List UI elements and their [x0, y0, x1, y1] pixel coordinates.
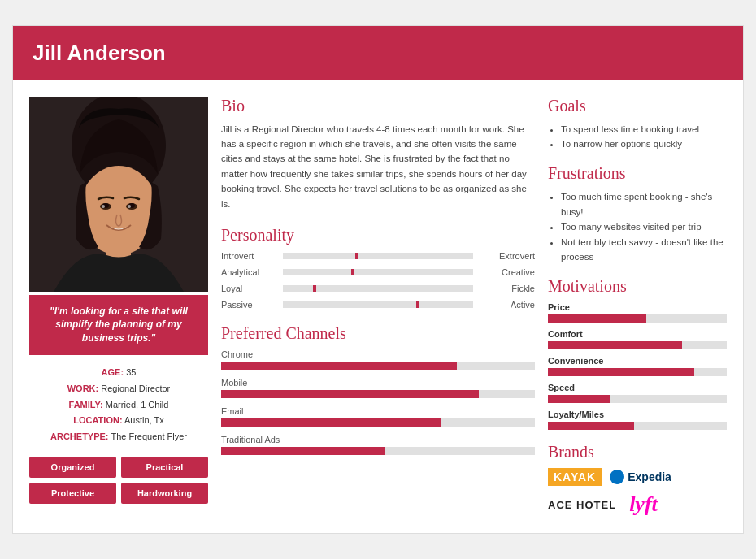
- channel-name-0: Chrome: [221, 349, 535, 359]
- trait-passive: Passive Active: [221, 300, 535, 310]
- archetype-value: The Frequent Flyer: [111, 431, 187, 441]
- work-label: WORK:: [67, 384, 99, 393]
- personality-section: Personality Introvert Extrovert Analytic…: [221, 226, 535, 310]
- trait-left-1: Analytical: [221, 267, 278, 277]
- motivation-comfort: Comfort: [548, 329, 727, 349]
- svg-point-9: [102, 205, 105, 208]
- channel-trad-ads: Traditional Ads: [221, 435, 535, 455]
- channel-mobile: Mobile: [221, 378, 535, 398]
- location-label: LOCATION:: [73, 415, 122, 425]
- motivation-convenience: Convenience: [548, 356, 727, 376]
- trait-right-0: Extrovert: [478, 251, 535, 261]
- trait-right-3: Active: [478, 300, 535, 310]
- motivation-label-2: Convenience: [548, 356, 727, 366]
- personality-title: Personality: [221, 226, 535, 245]
- frustration-2: Not terribly tech savvy - doesn't like t…: [561, 235, 727, 265]
- brands-section: Brands KAYAK Expedia ACE HOTEL lyft: [548, 443, 727, 517]
- frustrations-list: Too much time spent booking - she's busy…: [548, 189, 727, 264]
- work-row: WORK: Regional Director: [29, 381, 208, 397]
- goals-section: Goals To spend less time booking travel …: [548, 97, 727, 152]
- middle-column: Bio Jill is a Regional Director who trav…: [221, 97, 535, 518]
- brand-expedia: Expedia: [610, 470, 671, 484]
- channels-section: Preferred Channels Chrome Mobile Email T…: [221, 324, 535, 455]
- brands-title: Brands: [548, 443, 727, 462]
- left-column: "I'm looking for a site that will simpli…: [29, 97, 208, 518]
- bio-title: Bio: [221, 97, 535, 115]
- motivation-label-1: Comfort: [548, 329, 727, 339]
- archetype-label: ARCHETYPE:: [50, 431, 109, 441]
- family-value: Married, 1 Child: [106, 400, 169, 410]
- expedia-globe-icon: [610, 470, 624, 484]
- trait-right-1: Creative: [478, 267, 535, 277]
- avatar: [29, 97, 208, 292]
- age-label: AGE:: [102, 367, 124, 377]
- brands-row-1: KAYAK Expedia: [548, 468, 727, 486]
- location-row: LOCATION: Austin, Tx: [29, 413, 208, 429]
- brands-row-2: ACE HOTEL lyft: [548, 492, 727, 517]
- tag-hardworking: Hardworking: [121, 483, 208, 504]
- frustrations-title: Frustrations: [548, 164, 727, 183]
- age-value: 35: [126, 367, 136, 377]
- trait-bar-2: [283, 285, 473, 292]
- quote-text: "I'm looking for a site that will simpli…: [50, 306, 188, 344]
- tag-practical: Practical: [121, 457, 208, 478]
- age-row: AGE: 35: [29, 365, 208, 381]
- motivation-loyalty: Loyalty/Miles: [548, 410, 727, 430]
- channel-name-1: Mobile: [221, 378, 535, 388]
- header: Jill Anderson: [13, 26, 743, 80]
- archetype-row: ARCHETYPE: The Frequent Flyer: [29, 429, 208, 445]
- trait-left-3: Passive: [221, 300, 278, 310]
- bio-text: Jill is a Regional Director who travels …: [221, 122, 535, 211]
- channels-title: Preferred Channels: [221, 324, 535, 343]
- motivation-label-3: Speed: [548, 383, 727, 392]
- frustrations-section: Frustrations Too much time spent booking…: [548, 164, 727, 264]
- work-value: Regional Director: [101, 384, 170, 393]
- goals-list: To spend less time booking travel To nar…: [548, 122, 727, 152]
- motivation-speed: Speed: [548, 383, 727, 403]
- trait-bar-0: [283, 253, 473, 259]
- trait-bar-3: [283, 301, 473, 308]
- trait-left-0: Introvert: [221, 251, 278, 261]
- family-row: FAMILY: Married, 1 Child: [29, 397, 208, 414]
- tags-container: Organized Practical Protective Hardworki…: [29, 457, 208, 504]
- brand-lyft: lyft: [629, 492, 658, 517]
- frustration-1: Too many websites visited per trip: [561, 219, 727, 234]
- svg-point-10: [128, 205, 131, 208]
- tag-organized: Organized: [29, 457, 116, 478]
- brand-kayak: KAYAK: [548, 468, 602, 486]
- motivation-price: Price: [548, 302, 727, 323]
- persona-name: Jill Anderson: [33, 41, 723, 66]
- trait-introvert: Introvert Extrovert: [221, 251, 535, 261]
- motivations-section: Motivations Price Comfort Convenience Sp…: [548, 277, 727, 430]
- channel-email: Email: [221, 406, 535, 427]
- trait-bar-1: [283, 269, 473, 275]
- right-column: Goals To spend less time booking travel …: [548, 97, 727, 518]
- trait-loyal: Loyal Fickle: [221, 284, 535, 293]
- trait-right-2: Fickle: [478, 284, 535, 293]
- channel-name-2: Email: [221, 406, 535, 416]
- goal-0: To spend less time booking travel: [561, 122, 727, 136]
- motivation-label-4: Loyalty/Miles: [548, 410, 727, 419]
- bio-section: Bio Jill is a Regional Director who trav…: [221, 97, 535, 211]
- info-section: AGE: 35 WORK: Regional Director FAMILY: …: [29, 365, 208, 445]
- trait-left-2: Loyal: [221, 284, 278, 293]
- location-value: Austin, Tx: [124, 415, 164, 425]
- content-area: "I'm looking for a site that will simpli…: [13, 80, 743, 534]
- channel-chrome: Chrome: [221, 349, 535, 370]
- frustration-0: Too much time spent booking - she's busy…: [561, 189, 727, 219]
- trait-analytical: Analytical Creative: [221, 267, 535, 277]
- goal-1: To narrow her options quickly: [561, 136, 727, 151]
- persona-card: Jill Anderson: [12, 25, 744, 535]
- goals-title: Goals: [548, 97, 727, 115]
- motivation-label-0: Price: [548, 302, 727, 312]
- brand-acehotel: ACE HOTEL: [548, 499, 616, 511]
- motivations-title: Motivations: [548, 277, 727, 296]
- tag-protective: Protective: [29, 483, 116, 504]
- quote-box: "I'm looking for a site that will simpli…: [29, 295, 208, 355]
- channel-name-3: Traditional Ads: [221, 435, 535, 444]
- family-label: FAMILY:: [69, 400, 103, 410]
